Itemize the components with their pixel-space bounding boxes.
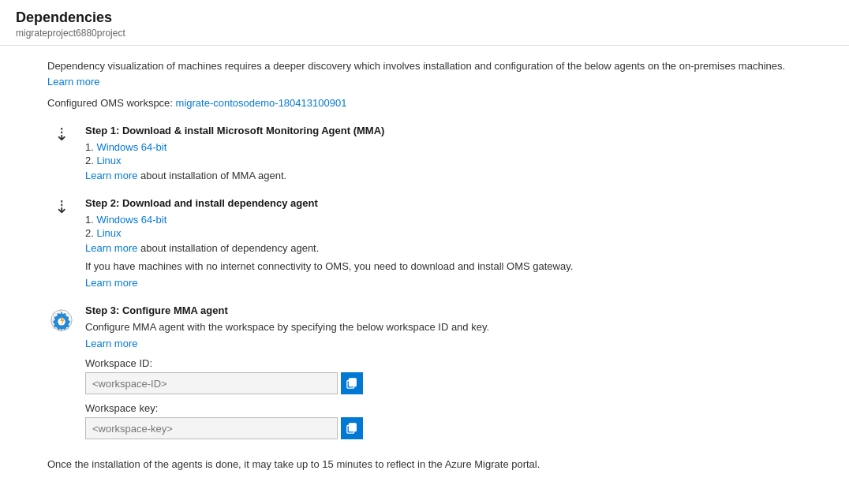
step3-title: Step 3: Configure MMA agent: [85, 304, 802, 316]
step2-list: 1. Windows 64-bit 2. Linux: [85, 214, 802, 239]
workspace-label: Configured OMS workspce:: [47, 97, 173, 109]
workspace-info: Configured OMS workspce: migrate-contoso…: [47, 97, 802, 109]
workspace-key-label: Workspace key:: [85, 402, 802, 414]
step2-windows-link[interactable]: Windows 64-bit: [96, 214, 166, 226]
svg-rect-6: [350, 424, 357, 431]
list-item: 1. Windows 64-bit: [85, 214, 802, 226]
step2-learn-more-line: Learn more about installation of depende…: [85, 242, 802, 254]
step2-linux-link[interactable]: Linux: [96, 227, 121, 239]
workspace-value-link[interactable]: migrate-contosodemo-180413100901: [176, 97, 347, 109]
step1-learn-more-line: Learn more about installation of MMA age…: [85, 170, 802, 181]
list-item: 2. Linux: [85, 155, 802, 166]
step3-learn-more-link[interactable]: Learn more: [85, 338, 137, 349]
list-item: 1. Windows 64-bit: [85, 141, 802, 153]
workspace-id-label: Workspace ID:: [85, 357, 802, 369]
workspace-key-row: [85, 417, 802, 439]
download-icon-1: ⇣: [54, 126, 69, 144]
step2-title: Step 2: Download and install dependency …: [85, 197, 802, 209]
step2-section: ⇣ Step 2: Download and install dependenc…: [47, 197, 802, 289]
intro-text-main: Dependency visualization of machines req…: [47, 60, 785, 72]
step2-item1-num: 1.: [85, 214, 94, 226]
step1-windows-link[interactable]: Windows 64-bit: [96, 141, 166, 153]
copy-icon: [346, 423, 357, 434]
step3-content: Step 3: Configure MMA agent Configure MM…: [85, 304, 802, 442]
intro-description: Dependency visualization of machines req…: [47, 58, 802, 89]
footer-text: Once the installation of the agents is d…: [47, 458, 802, 470]
page-subtitle: migrateproject6880project: [16, 28, 833, 39]
step1-list: 1. Windows 64-bit 2. Linux: [85, 141, 802, 166]
step2-notice-learn-more-link[interactable]: Learn more: [85, 277, 137, 289]
step1-title: Step 1: Download & install Microsoft Mon…: [85, 125, 802, 136]
configure-icon: [50, 308, 73, 332]
step2-learn-more-text: about installation of dependency agent.: [140, 242, 319, 254]
list-item: 2. Linux: [85, 227, 802, 239]
step1-item1-num: 1.: [85, 141, 94, 153]
step1-icon: ⇣: [47, 126, 76, 144]
step2-content: Step 2: Download and install dependency …: [85, 197, 802, 289]
step1-section: ⇣ Step 1: Download & install Microsoft M…: [47, 125, 802, 181]
svg-rect-3: [350, 379, 357, 386]
workspace-key-input[interactable]: [85, 417, 338, 439]
step2-icon: ⇣: [47, 199, 76, 216]
copy-workspace-id-button[interactable]: [341, 372, 363, 394]
copy-workspace-key-button[interactable]: [341, 417, 363, 439]
step3-icon: [47, 306, 76, 334]
workspace-id-row: [85, 372, 802, 394]
step2-notice: If you have machines with no internet co…: [85, 260, 802, 272]
download-icon-2: ⇣: [54, 199, 69, 216]
copy-icon: [346, 378, 357, 389]
page-header: Dependencies migrateproject6880project: [0, 0, 849, 46]
page-title: Dependencies: [16, 9, 833, 26]
intro-learn-more-link[interactable]: Learn more: [47, 76, 99, 88]
step2-learn-more-link[interactable]: Learn more: [85, 242, 137, 254]
step1-learn-more-text: about installation of MMA agent.: [140, 170, 286, 181]
step1-content: Step 1: Download & install Microsoft Mon…: [85, 125, 802, 181]
step3-section: Step 3: Configure MMA agent Configure MM…: [47, 304, 802, 442]
step1-linux-link[interactable]: Linux: [96, 155, 121, 166]
step1-learn-more-link[interactable]: Learn more: [85, 170, 137, 181]
workspace-id-input[interactable]: [85, 372, 338, 394]
step3-description: Configure MMA agent with the workspace b…: [85, 321, 802, 333]
step1-item2-num: 2.: [85, 155, 94, 166]
main-content: Dependency visualization of machines req…: [0, 46, 849, 486]
step2-item2-num: 2.: [85, 227, 94, 239]
